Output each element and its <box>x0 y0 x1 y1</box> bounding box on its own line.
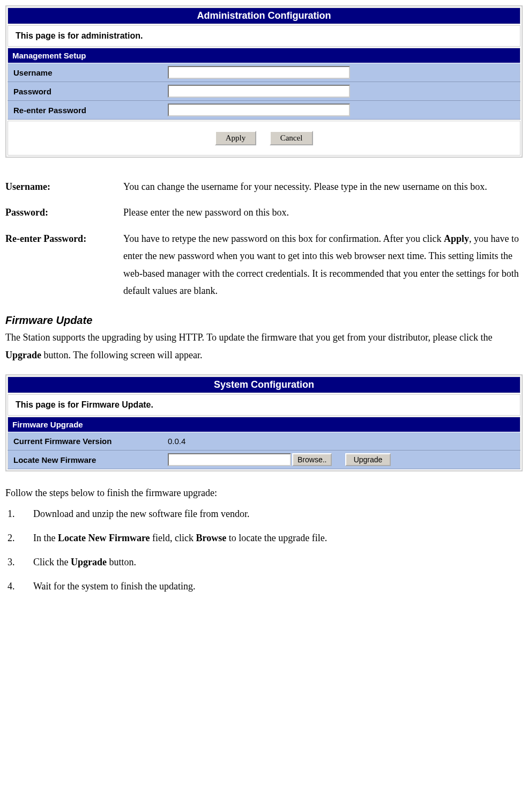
username-row: Username <box>8 63 520 82</box>
def-username-label: Username: <box>5 174 123 200</box>
firmware-path-input[interactable] <box>168 453 291 466</box>
current-version-value: 0.0.4 <box>163 432 520 451</box>
step-4: Wait for the system to finish the updati… <box>17 579 523 594</box>
management-setup-header: Management Setup <box>8 48 520 63</box>
reenter-row: Re-enter Password <box>8 101 520 120</box>
step-3-before: Click the <box>33 557 71 567</box>
firmware-intro-after: button. The following screen will appear… <box>41 350 203 360</box>
def-reenter-label: Re-enter Password: <box>5 226 123 304</box>
step-2-mid: field, click <box>150 533 196 543</box>
step-2-bold1: Locate New Firmware <box>58 533 150 543</box>
system-config-panel: System Configuration This page is for Fi… <box>5 374 523 471</box>
def-password-text: Please enter the new password on this bo… <box>123 200 523 225</box>
reenter-input[interactable] <box>168 104 350 116</box>
password-label: Password <box>8 82 164 101</box>
firmware-upgrade-header: Firmware Upgrade <box>8 417 520 432</box>
firmware-intro-bold: Upgrade <box>5 350 41 360</box>
locate-firmware-label: Locate New Firmware <box>8 451 164 469</box>
password-input[interactable] <box>168 85 350 98</box>
username-label: Username <box>8 63 164 82</box>
firmware-intro: The Station supports the upgrading by us… <box>5 329 523 364</box>
definitions-table: Username: You can change the username fo… <box>5 174 523 304</box>
def-password-label: Password: <box>5 200 123 225</box>
browse-button[interactable]: Browse.. <box>292 453 332 466</box>
admin-panel-title: Administration Configuration <box>8 8 520 24</box>
step-2-after: to locate the upgrade file. <box>226 533 327 543</box>
def-username-text: You can change the username for your nec… <box>123 174 523 200</box>
apply-button[interactable]: Apply <box>215 131 257 145</box>
reenter-label: Re-enter Password <box>8 101 164 120</box>
def-reenter-bold: Apply <box>444 233 469 244</box>
step-3: Click the Upgrade button. <box>17 555 523 570</box>
steps-intro: Follow the steps below to finish the fir… <box>5 488 523 499</box>
def-reenter-text: You have to retype the new password on t… <box>123 226 523 304</box>
firmware-update-heading: Firmware Update <box>5 314 523 327</box>
current-version-row: Current Firmware Version 0.0.4 <box>8 432 520 451</box>
step-2: In the Locate New Firmware field, click … <box>17 530 523 546</box>
step-3-after: button. <box>107 557 136 567</box>
locate-firmware-row: Locate New Firmware Browse.. Upgrade <box>8 451 520 469</box>
admin-panel-subtitle: This page is for administration. <box>8 25 520 47</box>
step-1: Download and unzip the new software file… <box>17 506 523 522</box>
firmware-intro-before: The Station supports the upgrading by us… <box>5 332 493 343</box>
step-2-before: In the <box>33 533 58 543</box>
system-panel-subtitle: This page is for Firmware Update. <box>8 394 520 416</box>
def-reenter-before: You have to retype the new password on t… <box>123 233 444 244</box>
upgrade-button[interactable]: Upgrade <box>345 453 391 466</box>
step-3-bold: Upgrade <box>71 557 107 567</box>
system-panel-title: System Configuration <box>8 377 520 393</box>
password-row: Password <box>8 82 520 101</box>
current-version-label: Current Firmware Version <box>8 432 164 451</box>
step-2-bold2: Browse <box>196 533 227 543</box>
management-setup-table: Management Setup Username Password Re-en… <box>8 48 520 120</box>
username-input[interactable] <box>168 66 350 79</box>
admin-config-panel: Administration Configuration This page i… <box>5 5 523 158</box>
admin-button-row: Apply Cancel <box>8 121 520 156</box>
firmware-upgrade-table: Firmware Upgrade Current Firmware Versio… <box>8 417 520 469</box>
steps-list: Download and unzip the new software file… <box>5 506 523 594</box>
cancel-button[interactable]: Cancel <box>270 131 314 145</box>
